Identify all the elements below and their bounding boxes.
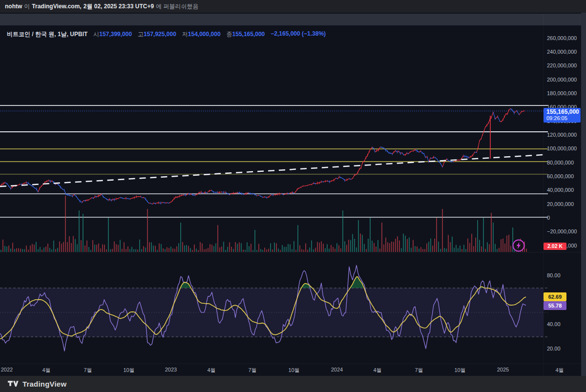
time-axis-label: 10월 (283, 367, 305, 374)
boost-lightning-icon[interactable] (512, 239, 525, 252)
ohlc-open: 시157,399,000 (93, 30, 132, 39)
symbol-title: 비트코인 / 한국 원, 1날, UPBIT (7, 30, 87, 39)
chart-canvas[interactable] (0, 0, 586, 392)
price-axis-label: 260,000,000 (547, 35, 577, 41)
publisher-username: nohtw (5, 3, 22, 10)
price-axis-label: 120,000,000 (547, 132, 577, 138)
rsi-ma-value-badge: 62.69 (544, 292, 566, 301)
time-axis-label: 10월 (449, 367, 471, 374)
symbol-legend: 비트코인 / 한국 원, 1날, UPBIT 시157,399,000 고157… (7, 30, 326, 39)
right-edge-strip (581, 13, 586, 376)
time-axis-label: 4월 (201, 367, 222, 374)
time-axis-label: 10월 (118, 367, 140, 374)
time-axis-label: 2024 (326, 367, 348, 372)
time-axis-label: 4월 (367, 367, 388, 374)
ohlc-low: 저154,000,000 (182, 30, 221, 39)
price-axis-label: 60,000,000 (547, 173, 574, 179)
price-axis-label: 220,000,000 (547, 62, 577, 68)
publish-bar: nohtw 이 TradingView.com, 2월 02, 2025 23:… (0, 0, 586, 13)
time-axis-label: 7월 (242, 367, 263, 374)
tradingview-logo-icon[interactable] (8, 380, 19, 388)
rsi-value-badge: 55.78 (544, 301, 566, 310)
time-axis-label: 4월 (36, 367, 57, 374)
price-axis-label: 80,000,000 (547, 160, 574, 165)
ohlc-high: 고157,925,000 (138, 30, 176, 39)
rsi-axis-label: 20.00 (547, 346, 561, 351)
price-axis-label: 40,000,000 (547, 187, 574, 193)
publish-source: TradingView.com, (32, 3, 81, 10)
time-axis-label: 7월 (408, 367, 430, 374)
ohlc-close: 종155,165,000 (227, 30, 265, 39)
rsi-axis-label: 40.00 (547, 321, 561, 327)
price-axis-label: 200,000,000 (547, 77, 577, 83)
price-axis-label: 240,000,000 (547, 49, 577, 55)
last-price-badge: 155,165,000 09:26:05 (544, 108, 581, 123)
last-price-value: 155,165,000 (546, 109, 581, 115)
time-axis-label: 2025 (492, 367, 514, 372)
volume-value-badge: 2.02 K (544, 243, 566, 250)
time-axis-label: 4월 (549, 367, 570, 374)
publish-particle: 이 (24, 2, 30, 11)
price-axis-label: 20,000,000 (547, 201, 574, 207)
publish-date: 2월 02, 2025 23:33 UTC+9 (84, 2, 154, 11)
time-axis-label: 7월 (77, 367, 99, 374)
price-axis-label: −20,000,000 (547, 228, 577, 234)
time-axis-label: 2023 (160, 367, 182, 372)
price-axis-label: 100,000,000 (547, 145, 577, 151)
price-axis-label: 180,000,000 (547, 90, 577, 96)
tradingview-snapshot: nohtw 이 TradingView.com, 2월 02, 2025 23:… (0, 0, 586, 392)
change-value: −2,165,000 (−1.38%) (271, 30, 326, 39)
publish-suffix: 에 퍼블리쉬했음 (156, 2, 198, 11)
bar-countdown: 09:26:05 (546, 115, 581, 122)
time-axis-label: 2022 (0, 367, 18, 372)
footer-bar: TradingView (0, 376, 586, 392)
tradingview-brand[interactable]: TradingView (22, 380, 66, 388)
rsi-axis-label: 80.00 (547, 272, 561, 278)
price-axis-label: 0 (547, 215, 550, 221)
